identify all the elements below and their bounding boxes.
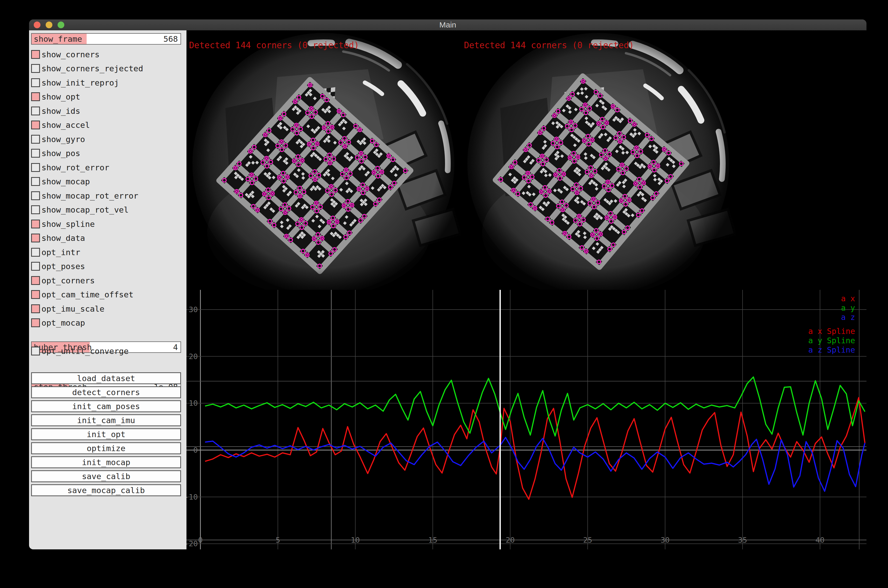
svg-text:0: 0 xyxy=(193,446,198,454)
svg-text:0: 0 xyxy=(198,536,203,544)
checkbox-row-opt_imu_scale[interactable]: opt_imu_scale xyxy=(31,302,181,316)
button-save_mocap_calib[interactable]: save_mocap_calib xyxy=(31,484,181,496)
checkbox-label: opt_cam_time_offset xyxy=(42,290,134,299)
checkbox-label: opt_intr xyxy=(42,248,80,257)
svg-text:-10: -10 xyxy=(186,493,198,501)
checkbox-row-show_pos[interactable]: show_pos xyxy=(31,146,181,160)
content-area: show_frame568show_cornersshow_corners_re… xyxy=(29,30,867,549)
button-init_opt[interactable]: init_opt xyxy=(31,428,181,440)
svg-text:30: 30 xyxy=(661,536,670,544)
checkbox-row-show_mocap_rot_error[interactable]: show_mocap_rot_error xyxy=(31,189,181,203)
window-controls xyxy=(34,20,64,30)
checkbox-row-opt_cam_time_offset[interactable]: opt_cam_time_offset xyxy=(31,288,181,302)
checkbox-show_spline[interactable] xyxy=(31,220,40,228)
svg-text:20: 20 xyxy=(506,536,515,544)
main-window: Main show_frame568show_cornersshow_corne… xyxy=(29,20,867,549)
svg-text:30: 30 xyxy=(189,305,198,314)
checkbox-label: show_mocap_rot_vel xyxy=(42,205,129,214)
svg-text:40: 40 xyxy=(815,536,825,544)
checkbox-row-show_ids[interactable]: show_ids xyxy=(31,104,181,118)
checkbox-row-show_rot_error[interactable]: show_rot_error xyxy=(31,160,181,174)
svg-text:a z: a z xyxy=(841,313,855,322)
camera-view-1[interactable]: Detected 144 corners (0 rejected) xyxy=(461,30,736,290)
button-init_cam_imu[interactable]: init_cam_imu xyxy=(31,414,181,426)
svg-text:35: 35 xyxy=(738,536,747,544)
checkbox-label: show_corners_rejected xyxy=(42,64,143,73)
close-button[interactable] xyxy=(34,21,41,28)
checkbox-opt_cam_time_offset[interactable] xyxy=(31,290,40,299)
corner-detection-status: Detected 144 corners (0 rejected) xyxy=(189,40,359,50)
button-init_cam_poses[interactable]: init_cam_poses xyxy=(31,400,181,412)
checkbox-row-show_mocap_rot_vel[interactable]: show_mocap_rot_vel xyxy=(31,203,181,217)
checkbox-show_data[interactable] xyxy=(31,234,40,242)
checkbox-row-show_corners[interactable]: show_corners xyxy=(31,48,181,62)
checkbox-row-opt_poses[interactable]: opt_poses xyxy=(31,259,181,273)
checkbox-opt_corners[interactable] xyxy=(31,276,40,285)
svg-text:a y: a y xyxy=(841,303,855,312)
button-save_calib[interactable]: save_calib xyxy=(31,470,181,482)
checkbox-show_corners_rejected[interactable] xyxy=(31,64,40,73)
checkbox-label: show_pos xyxy=(42,148,80,158)
checkbox-opt_intr[interactable] xyxy=(31,248,40,256)
plot-legend: a xa ya za x Splinea y Splinea z Spline xyxy=(808,294,855,354)
zoom-button[interactable] xyxy=(57,21,64,28)
checkbox-show_init_reproj[interactable] xyxy=(31,78,40,87)
imu-plot[interactable]: 05101520253035403020100-10-20a xa ya za … xyxy=(186,290,867,549)
checkbox-show_opt[interactable] xyxy=(31,92,40,101)
sidebar: show_frame568show_cornersshow_corners_re… xyxy=(29,30,186,549)
svg-text:15: 15 xyxy=(428,536,437,544)
svg-text:20: 20 xyxy=(189,352,198,361)
checkbox-label: show_spline xyxy=(42,219,95,229)
checkbox-show_accel[interactable] xyxy=(31,120,40,129)
checkbox-show_corners[interactable] xyxy=(31,50,40,59)
button-init_mocap[interactable]: init_mocap xyxy=(31,456,181,468)
slider-value: 568 xyxy=(164,34,178,44)
svg-text:a z Spline: a z Spline xyxy=(808,345,855,354)
svg-text:a x Spline: a x Spline xyxy=(808,327,855,336)
plot-canvas: 05101520253035403020100-10-20a xa ya za … xyxy=(186,290,867,549)
svg-text:25: 25 xyxy=(583,536,592,544)
checkbox-row-opt_corners[interactable]: opt_corners xyxy=(31,273,181,288)
checkbox-show_mocap_rot_error[interactable] xyxy=(31,191,40,200)
checkbox-show_mocap[interactable] xyxy=(31,177,40,186)
svg-text:a x: a x xyxy=(841,294,855,303)
minimize-button[interactable] xyxy=(46,21,53,28)
slider-show_frame[interactable]: show_frame568 xyxy=(31,33,181,45)
checkbox-row-show_spline[interactable]: show_spline xyxy=(31,217,181,231)
checkbox-label: opt_corners xyxy=(42,276,95,285)
checkbox-show_rot_error[interactable] xyxy=(31,163,40,172)
checkbox-row-opt_mocap[interactable]: opt_mocap xyxy=(31,316,181,330)
checkbox-opt_imu_scale[interactable] xyxy=(31,304,40,313)
svg-text:10: 10 xyxy=(189,399,198,408)
checkbox-show_mocap_rot_vel[interactable] xyxy=(31,206,40,214)
checkbox-row-opt_intr[interactable]: opt_intr xyxy=(31,245,181,259)
checkbox-opt_poses[interactable] xyxy=(31,262,40,271)
button-load_dataset[interactable]: load_dataset xyxy=(31,372,181,384)
svg-text:10: 10 xyxy=(351,536,360,544)
button-detect_corners[interactable]: detect_corners xyxy=(31,386,181,398)
checkbox-opt_mocap[interactable] xyxy=(31,318,40,327)
checkbox-label: show_gyro xyxy=(42,135,85,144)
checkbox-row-show_corners_rejected[interactable]: show_corners_rejected xyxy=(31,62,181,75)
checkbox-row-show_gyro[interactable]: show_gyro xyxy=(31,132,181,146)
checkbox-row-show_init_reproj[interactable]: show_init_reproj xyxy=(31,76,181,90)
checkbox-row-show_opt[interactable]: show_opt xyxy=(31,90,181,104)
checkbox-row-show_mocap[interactable]: show_mocap xyxy=(31,174,181,189)
slider-label: show_frame xyxy=(34,34,82,44)
fisheye-image xyxy=(186,30,461,290)
camera-view-0[interactable]: Detected 144 corners (0 rejected) xyxy=(186,30,461,290)
checkbox-opt_until_converge[interactable] xyxy=(31,346,40,356)
checkbox-show_ids[interactable] xyxy=(31,106,40,116)
button-optimize[interactable]: optimize xyxy=(31,442,181,454)
series-a-y xyxy=(205,377,865,436)
svg-text:-20: -20 xyxy=(186,539,198,548)
checkbox-row-opt_until_converge[interactable]: opt_until_converge xyxy=(31,344,181,358)
title-bar[interactable]: Main xyxy=(29,20,867,31)
checkbox-row-show_accel[interactable]: show_accel xyxy=(31,118,181,132)
checkbox-label: show_opt xyxy=(42,92,80,101)
checkbox-show_pos[interactable] xyxy=(31,149,40,158)
checkbox-label: show_init_reproj xyxy=(42,78,119,87)
checkbox-label: show_rot_error xyxy=(42,163,109,172)
checkbox-show_gyro[interactable] xyxy=(31,135,40,144)
checkbox-row-show_data[interactable]: show_data xyxy=(31,231,181,245)
